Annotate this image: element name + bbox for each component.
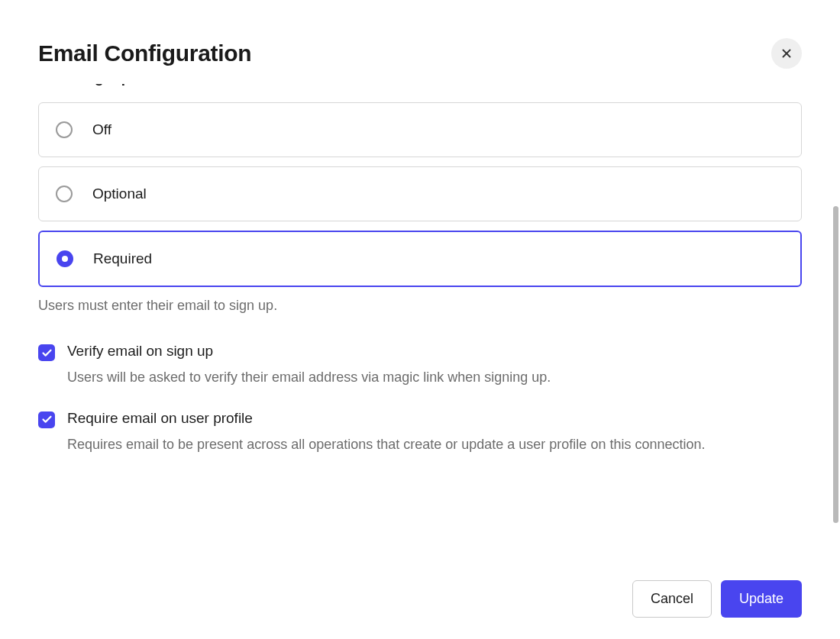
cancel-button[interactable]: Cancel: [632, 580, 712, 618]
radio-label: Optional: [92, 186, 147, 202]
close-icon: [780, 47, 793, 60]
scroll-area[interactable]: Allow Signup with Email Off Optional Req…: [38, 84, 802, 562]
radio-group-signup-email: Off Optional Required: [38, 102, 802, 287]
radio-indicator: [56, 186, 73, 202]
radio-indicator: [57, 250, 73, 267]
checkbox-description: Requires email to be present across all …: [67, 434, 802, 456]
check-icon: [41, 347, 53, 359]
radio-option-off[interactable]: Off: [38, 102, 802, 157]
scrollbar-thumb[interactable]: [833, 206, 838, 523]
checkbox-require-profile[interactable]: [38, 411, 55, 428]
dialog-title: Email Configuration: [38, 40, 251, 66]
radio-option-required[interactable]: Required: [38, 231, 802, 287]
email-config-dialog: Email Configuration Allow Signup with Em…: [0, 0, 840, 639]
checkbox-label: Verify email on sign up: [67, 343, 802, 360]
radio-label: Off: [92, 121, 111, 138]
helper-text: Users must enter their email to sign up.: [38, 298, 802, 314]
check-icon: [41, 414, 53, 425]
checkbox-label: Require email on user profile: [67, 410, 802, 427]
checkbox-description: Users will be asked to verify their emai…: [67, 367, 802, 389]
radio-label: Required: [93, 250, 152, 267]
checkbox-content: Require email on user profile Requires e…: [67, 410, 802, 456]
checkbox-content: Verify email on sign up Users will be as…: [67, 343, 802, 389]
radio-option-optional[interactable]: Optional: [38, 166, 802, 221]
dialog-footer: Cancel Update: [38, 562, 802, 639]
dialog-header: Email Configuration: [38, 38, 802, 69]
update-button[interactable]: Update: [721, 580, 802, 618]
radio-indicator: [56, 121, 73, 138]
section-label-allow-signup: Allow Signup with Email: [38, 84, 802, 87]
checkbox-row-verify-email: Verify email on sign up Users will be as…: [38, 343, 802, 389]
checkbox-verify-email[interactable]: [38, 344, 55, 361]
checkbox-row-require-profile: Require email on user profile Requires e…: [38, 410, 802, 456]
close-button[interactable]: [771, 38, 802, 69]
